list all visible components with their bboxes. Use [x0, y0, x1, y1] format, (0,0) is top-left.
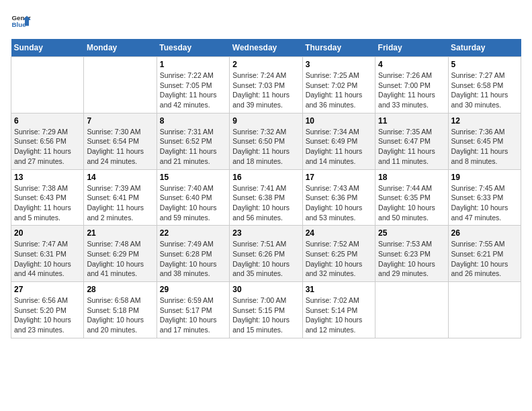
calendar-day-cell: [375, 282, 448, 338]
calendar-day-cell: 8Sunrise: 7:31 AMSunset: 6:52 PMDaylight…: [157, 113, 229, 169]
calendar-day-cell: 12Sunrise: 7:36 AMSunset: 6:45 PMDayligh…: [448, 113, 521, 169]
day-details: Sunrise: 7:02 AMSunset: 5:14 PMDaylight:…: [306, 295, 372, 335]
calendar-day-cell: 6Sunrise: 7:29 AMSunset: 6:56 PMDaylight…: [11, 113, 84, 169]
day-details: Sunrise: 7:38 AMSunset: 6:43 PMDaylight:…: [14, 183, 81, 223]
calendar-day-cell: 21Sunrise: 7:48 AMSunset: 6:29 PMDayligh…: [84, 226, 157, 282]
day-number: 6: [14, 116, 81, 126]
day-number: 19: [451, 173, 518, 182]
calendar-day-cell: 16Sunrise: 7:41 AMSunset: 6:38 PMDayligh…: [230, 169, 302, 226]
day-number: 10: [306, 116, 372, 126]
calendar-day-cell: 23Sunrise: 7:51 AMSunset: 6:26 PMDayligh…: [230, 226, 302, 282]
day-details: Sunrise: 7:53 AMSunset: 6:23 PMDaylight:…: [378, 239, 445, 279]
day-number: 5: [451, 60, 518, 69]
day-of-week-header: Thursday: [302, 39, 375, 57]
calendar-day-cell: 18Sunrise: 7:44 AMSunset: 6:35 PMDayligh…: [375, 169, 448, 226]
day-details: Sunrise: 7:41 AMSunset: 6:38 PMDaylight:…: [232, 183, 299, 223]
calendar-day-cell: 17Sunrise: 7:43 AMSunset: 6:36 PMDayligh…: [302, 169, 375, 226]
day-number: 18: [378, 173, 445, 182]
day-details: Sunrise: 7:26 AMSunset: 7:00 PMDaylight:…: [378, 71, 445, 110]
calendar-day-cell: 24Sunrise: 7:52 AMSunset: 6:25 PMDayligh…: [302, 226, 375, 282]
page-header: General Blue: [11, 11, 521, 31]
day-of-week-header: Tuesday: [157, 39, 229, 57]
calendar-day-cell: 2Sunrise: 7:24 AMSunset: 7:03 PMDaylight…: [230, 57, 302, 113]
calendar-day-cell: 28Sunrise: 6:58 AMSunset: 5:18 PMDayligh…: [84, 282, 157, 338]
calendar-day-cell: 30Sunrise: 7:00 AMSunset: 5:15 PMDayligh…: [230, 282, 302, 338]
calendar-day-cell: 25Sunrise: 7:53 AMSunset: 6:23 PMDayligh…: [375, 226, 448, 282]
calendar-week-row: 6Sunrise: 7:29 AMSunset: 6:56 PMDaylight…: [11, 113, 521, 169]
day-number: 15: [160, 173, 226, 182]
day-details: Sunrise: 7:55 AMSunset: 6:21 PMDaylight:…: [451, 239, 518, 279]
day-number: 25: [378, 228, 445, 238]
day-details: Sunrise: 7:51 AMSunset: 6:26 PMDaylight:…: [232, 239, 299, 279]
day-number: 24: [306, 228, 372, 238]
day-details: Sunrise: 6:59 AMSunset: 5:17 PMDaylight:…: [160, 295, 226, 335]
day-details: Sunrise: 6:56 AMSunset: 5:20 PMDaylight:…: [14, 295, 81, 335]
calendar-day-cell: 4Sunrise: 7:26 AMSunset: 7:00 PMDaylight…: [375, 57, 448, 113]
calendar-day-cell: 13Sunrise: 7:38 AMSunset: 6:43 PMDayligh…: [11, 169, 84, 226]
day-details: Sunrise: 7:43 AMSunset: 6:36 PMDaylight:…: [306, 183, 372, 223]
calendar-header-row: SundayMondayTuesdayWednesdayThursdayFrid…: [11, 39, 521, 57]
day-details: Sunrise: 7:32 AMSunset: 6:50 PMDaylight:…: [232, 127, 299, 167]
day-number: 27: [14, 285, 81, 294]
day-number: 7: [87, 116, 153, 126]
calendar-table: SundayMondayTuesdayWednesdayThursdayFrid…: [11, 39, 521, 338]
day-details: Sunrise: 7:31 AMSunset: 6:52 PMDaylight:…: [160, 127, 226, 167]
day-details: Sunrise: 7:52 AMSunset: 6:25 PMDaylight:…: [306, 239, 372, 279]
calendar-day-cell: [11, 57, 84, 113]
day-details: Sunrise: 7:36 AMSunset: 6:45 PMDaylight:…: [451, 127, 518, 167]
day-number: 11: [378, 116, 445, 126]
day-details: Sunrise: 7:48 AMSunset: 6:29 PMDaylight:…: [87, 239, 153, 279]
day-number: 26: [451, 228, 518, 238]
calendar-day-cell: 10Sunrise: 7:34 AMSunset: 6:49 PMDayligh…: [302, 113, 375, 169]
calendar-day-cell: [448, 282, 521, 338]
calendar-day-cell: 11Sunrise: 7:35 AMSunset: 6:47 PMDayligh…: [375, 113, 448, 169]
day-details: Sunrise: 7:40 AMSunset: 6:40 PMDaylight:…: [160, 183, 226, 223]
calendar-day-cell: 7Sunrise: 7:30 AMSunset: 6:54 PMDaylight…: [84, 113, 157, 169]
day-number: 2: [232, 60, 299, 69]
calendar-week-row: 27Sunrise: 6:56 AMSunset: 5:20 PMDayligh…: [11, 282, 521, 338]
day-number: 3: [306, 60, 372, 69]
day-number: 22: [160, 228, 226, 238]
calendar-day-cell: [84, 57, 157, 113]
day-of-week-header: Monday: [84, 39, 157, 57]
calendar-day-cell: 1Sunrise: 7:22 AMSunset: 7:05 PMDaylight…: [157, 57, 229, 113]
day-details: Sunrise: 7:47 AMSunset: 6:31 PMDaylight:…: [14, 239, 81, 279]
day-details: Sunrise: 7:34 AMSunset: 6:49 PMDaylight:…: [306, 127, 372, 167]
calendar-day-cell: 3Sunrise: 7:25 AMSunset: 7:02 PMDaylight…: [302, 57, 375, 113]
day-number: 31: [306, 285, 372, 294]
day-number: 9: [232, 116, 299, 126]
day-details: Sunrise: 7:35 AMSunset: 6:47 PMDaylight:…: [378, 127, 445, 167]
day-of-week-header: Saturday: [448, 39, 521, 57]
logo: General Blue: [11, 11, 31, 31]
calendar-week-row: 1Sunrise: 7:22 AMSunset: 7:05 PMDaylight…: [11, 57, 521, 113]
day-details: Sunrise: 7:25 AMSunset: 7:02 PMDaylight:…: [306, 71, 372, 110]
day-number: 13: [14, 173, 81, 182]
day-details: Sunrise: 7:45 AMSunset: 6:33 PMDaylight:…: [451, 183, 518, 223]
calendar-day-cell: 26Sunrise: 7:55 AMSunset: 6:21 PMDayligh…: [448, 226, 521, 282]
day-number: 12: [451, 116, 518, 126]
day-details: Sunrise: 7:39 AMSunset: 6:41 PMDaylight:…: [87, 183, 153, 223]
calendar-day-cell: 22Sunrise: 7:49 AMSunset: 6:28 PMDayligh…: [157, 226, 229, 282]
calendar-day-cell: 29Sunrise: 6:59 AMSunset: 5:17 PMDayligh…: [157, 282, 229, 338]
calendar-day-cell: 15Sunrise: 7:40 AMSunset: 6:40 PMDayligh…: [157, 169, 229, 226]
logo-icon: General Blue: [11, 11, 31, 31]
calendar-day-cell: 20Sunrise: 7:47 AMSunset: 6:31 PMDayligh…: [11, 226, 84, 282]
day-number: 16: [232, 173, 299, 182]
day-details: Sunrise: 7:29 AMSunset: 6:56 PMDaylight:…: [14, 127, 81, 167]
day-number: 8: [160, 116, 226, 126]
day-details: Sunrise: 7:27 AMSunset: 6:58 PMDaylight:…: [451, 71, 518, 110]
calendar-week-row: 13Sunrise: 7:38 AMSunset: 6:43 PMDayligh…: [11, 169, 521, 226]
calendar-day-cell: 31Sunrise: 7:02 AMSunset: 5:14 PMDayligh…: [302, 282, 375, 338]
day-details: Sunrise: 7:44 AMSunset: 6:35 PMDaylight:…: [378, 183, 445, 223]
day-number: 28: [87, 285, 153, 294]
day-of-week-header: Wednesday: [230, 39, 302, 57]
day-details: Sunrise: 7:22 AMSunset: 7:05 PMDaylight:…: [160, 71, 226, 110]
day-number: 20: [14, 228, 81, 238]
day-number: 30: [232, 285, 299, 294]
day-number: 4: [378, 60, 445, 69]
day-number: 21: [87, 228, 153, 238]
day-details: Sunrise: 6:58 AMSunset: 5:18 PMDaylight:…: [87, 295, 153, 335]
calendar-day-cell: 5Sunrise: 7:27 AMSunset: 6:58 PMDaylight…: [448, 57, 521, 113]
day-of-week-header: Friday: [375, 39, 448, 57]
day-number: 14: [87, 173, 153, 182]
